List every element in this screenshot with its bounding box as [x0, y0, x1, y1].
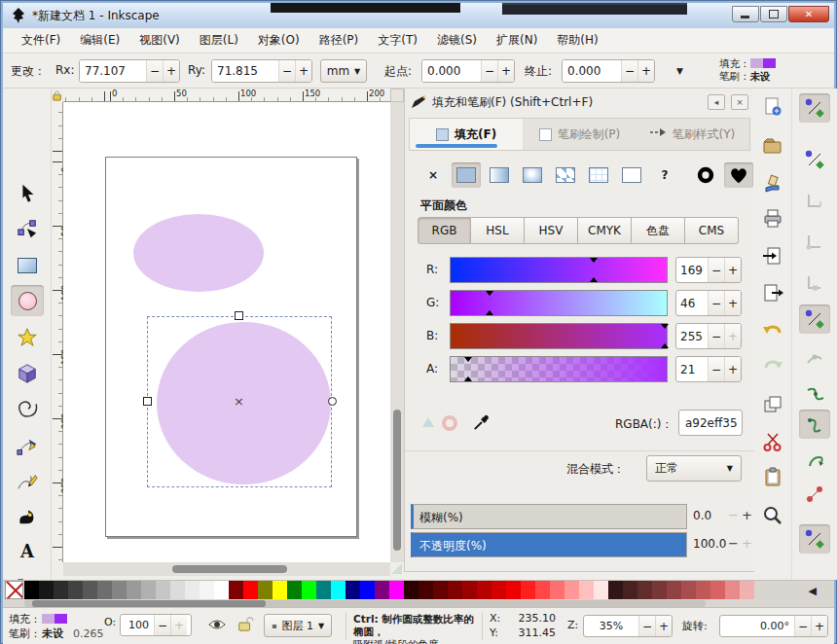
start-spinner[interactable]: 0.000 −+ — [421, 59, 515, 83]
alpha-slider[interactable] — [450, 356, 668, 382]
snap-bbox-midpoint-button[interactable] — [799, 268, 830, 297]
horizontal-scrollbar-thumb[interactable] — [172, 565, 287, 573]
palette-swatch[interactable] — [243, 581, 258, 599]
palette-swatch[interactable] — [346, 581, 360, 599]
zoom-spinner[interactable]: 35% −+ — [583, 615, 673, 637]
color-tab-rgb[interactable]: RGB — [418, 217, 471, 244]
green-minus-button[interactable]: − — [708, 291, 724, 315]
end-spinner[interactable]: 0.000 −+ — [562, 59, 655, 83]
color-tab-wheel[interactable]: 色盘 — [632, 217, 685, 244]
blue-spinner[interactable]: 255−+ — [675, 323, 742, 349]
menu-object[interactable]: 对象(O) — [249, 29, 309, 52]
snap-smooth-nodes-button[interactable] — [799, 447, 830, 476]
paint-unknown-button[interactable] — [617, 162, 646, 188]
palette-swatch[interactable] — [127, 581, 141, 599]
palette-swatch[interactable] — [418, 581, 433, 599]
color-tab-hsv[interactable]: HSV — [525, 217, 578, 244]
horizontal-scrollbar[interactable] — [63, 562, 390, 576]
color-tab-cmyk[interactable]: CMYK — [578, 217, 632, 244]
palette-swatch[interactable] — [667, 581, 681, 599]
alpha-plus-button[interactable]: + — [724, 357, 741, 381]
zoom-out-button[interactable]: − — [638, 616, 655, 636]
palette-swatch[interactable] — [375, 581, 389, 599]
palette-swatch[interactable] — [652, 581, 667, 599]
canvas-viewport[interactable]: × — [63, 102, 390, 562]
palette-swatch[interactable] — [579, 581, 594, 599]
blur-plus-button[interactable]: + — [742, 508, 752, 522]
opacity-dec-button[interactable]: − — [154, 615, 170, 635]
paint-none-button[interactable]: × — [418, 162, 448, 188]
paint-linear-gradient-button[interactable] — [485, 162, 514, 188]
color-tab-cms[interactable]: CMS — [685, 217, 739, 244]
drawn-ellipse[interactable] — [133, 214, 264, 292]
palette-scroll-left-arrow[interactable]: ◀ — [809, 585, 817, 597]
rotation-spinner[interactable]: 0.00° −+ — [719, 615, 828, 637]
minimize-button[interactable] — [732, 6, 759, 22]
status-fill-swatch[interactable] — [42, 613, 67, 626]
snap-cusp-nodes-button[interactable] — [799, 410, 830, 439]
redo-button[interactable] — [760, 353, 785, 378]
menu-file[interactable]: 文件(F) — [13, 29, 69, 52]
layer-visibility-toggle[interactable] — [207, 615, 227, 637]
unit-dropdown[interactable]: mm▼ — [320, 59, 367, 83]
blue-value[interactable]: 255 — [676, 324, 708, 348]
red-minus-button[interactable]: − — [708, 258, 724, 282]
ry-minus-button[interactable]: − — [278, 60, 295, 82]
pencil-tool[interactable] — [11, 466, 44, 497]
red-plus-button[interactable]: + — [724, 258, 741, 282]
rx-spinner[interactable]: 77.107 −+ — [79, 59, 180, 83]
ruler-corner-lock[interactable] — [52, 89, 63, 102]
palette-swatch[interactable] — [462, 581, 477, 599]
opacity-inc-button[interactable]: + — [170, 615, 187, 635]
layer-lock-toggle[interactable] — [237, 615, 254, 635]
palette-swatch[interactable] — [740, 581, 754, 599]
menu-text[interactable]: 文字(T) — [369, 29, 426, 52]
import-button[interactable] — [760, 244, 785, 269]
palette-swatch[interactable] — [185, 581, 200, 599]
fill-rule-evenodd-button[interactable] — [691, 162, 720, 188]
ry-value[interactable]: 71.815 — [212, 60, 278, 82]
rx-minus-button[interactable]: − — [146, 60, 163, 82]
ry-plus-button[interactable]: + — [295, 60, 311, 82]
color-ring-icon[interactable] — [442, 415, 457, 431]
selection-handle-right[interactable] — [328, 397, 337, 406]
palette-swatch[interactable] — [608, 581, 623, 599]
rgba-input[interactable]: a92eff35 — [678, 410, 743, 436]
menu-path[interactable]: 路径(P) — [310, 29, 368, 52]
start-plus-button[interactable]: + — [497, 60, 514, 82]
palette-swatch[interactable] — [83, 581, 97, 599]
tab-fill[interactable]: 填充(F) — [410, 119, 523, 150]
palette-swatch[interactable] — [535, 581, 550, 599]
rx-value[interactable]: 77.107 — [80, 60, 146, 82]
green-spinner[interactable]: 46−+ — [675, 290, 742, 316]
dialog-close-button[interactable]: × — [731, 94, 748, 110]
palette-swatch[interactable] — [68, 581, 83, 599]
snap-path-intersection-button[interactable] — [799, 378, 830, 408]
palette-swatch[interactable] — [521, 581, 535, 599]
blue-plus-button[interactable]: + — [724, 324, 741, 348]
palette-swatch[interactable] — [331, 581, 346, 599]
blue-minus-button[interactable]: − — [708, 324, 724, 348]
palette-swatch[interactable] — [564, 581, 579, 599]
ruler-vertical[interactable]: 050100150200250 — [52, 102, 63, 562]
snap-path-button[interactable] — [799, 343, 830, 373]
palette-none-swatch[interactable] — [5, 581, 23, 599]
green-plus-button[interactable]: + — [724, 291, 741, 315]
red-slider[interactable] — [450, 257, 668, 283]
save-document-button[interactable] — [760, 170, 785, 196]
paint-radial-gradient-button[interactable] — [518, 162, 547, 188]
green-slider[interactable] — [450, 290, 668, 316]
close-button[interactable]: ✕ — [788, 6, 829, 22]
menu-edit[interactable]: 编辑(E) — [71, 29, 128, 52]
text-tool[interactable]: A — [11, 535, 44, 566]
eyedropper-icon[interactable] — [473, 413, 491, 431]
pen-tool[interactable] — [11, 431, 44, 462]
palette-swatch[interactable] — [696, 581, 710, 599]
menu-extensions[interactable]: 扩展(N) — [488, 29, 546, 52]
palette-swatch[interactable] — [433, 581, 448, 599]
cut-button[interactable] — [760, 429, 785, 454]
red-value[interactable]: 169 — [676, 258, 708, 282]
palette-swatch[interactable] — [156, 581, 170, 599]
palette-swatch[interactable] — [550, 581, 564, 599]
snap-enable-button[interactable] — [799, 93, 830, 123]
